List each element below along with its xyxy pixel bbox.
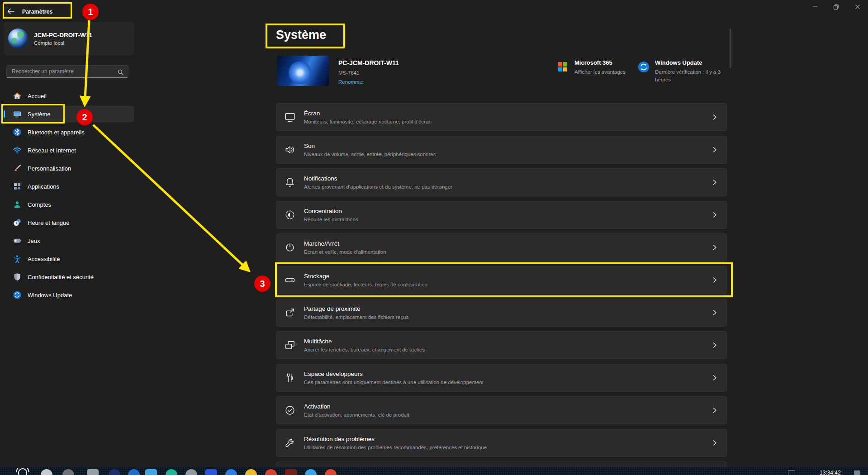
chevron-right-icon	[711, 407, 718, 413]
avatar	[8, 28, 28, 48]
search-input[interactable]	[7, 68, 118, 75]
focus-icon	[284, 209, 296, 221]
sidebar-item-personnalisation[interactable]: Personnalisation	[4, 160, 134, 176]
settings-row-partage-proximite[interactable]: Partage de proximité Détectabilité, empl…	[276, 299, 727, 327]
activation-icon	[284, 404, 296, 416]
taskbar-icon[interactable]	[166, 469, 177, 475]
sidebar-item-heure-langue[interactable]: Heure et langue	[4, 214, 134, 231]
taskbar-icon[interactable]	[109, 469, 120, 475]
row-title: Notifications	[304, 175, 452, 182]
windows-update-icon	[13, 290, 22, 299]
paintbrush-icon	[13, 164, 22, 173]
start-orb-icon[interactable]	[4, 468, 42, 475]
promo-subtitle: Afficher les avantages	[574, 68, 626, 76]
row-title: Activation	[304, 403, 409, 410]
scrollbar-thumb[interactable]	[730, 28, 731, 68]
settings-window: Paramètres JCM-PC-DROIT-W11 Compte local…	[0, 0, 868, 475]
rename-link[interactable]: Renommer	[338, 79, 364, 85]
troubleshoot-icon	[284, 437, 296, 449]
taskbar-icon[interactable]	[185, 469, 197, 475]
sidebar-item-label: Applications	[28, 183, 59, 190]
sidebar-item-comptes[interactable]: Comptes	[4, 196, 134, 213]
row-subtitle: Détectabilité, emplacement des fichiers …	[304, 314, 408, 320]
microsoft-365-promo[interactable]: Microsoft 365 Afficher les avantages	[574, 59, 626, 76]
settings-row-multitache[interactable]: Multitâche Ancrer les fenêtres, bureaux,…	[276, 331, 727, 359]
sidebar-item-label: Windows Update	[28, 292, 72, 299]
highlight-box-systeme-title	[266, 24, 345, 48]
sidebar-item-bluetooth[interactable]: Bluetooth et appareils	[4, 124, 134, 140]
settings-row-concentration[interactable]: Concentration Réduire les distractions	[276, 201, 727, 229]
taskbar-icon[interactable]	[41, 469, 52, 475]
settings-row-ecran[interactable]: Écran Moniteurs, luminosité, éclairage n…	[276, 103, 727, 131]
highlight-box-systeme-nav	[1, 104, 65, 124]
home-icon	[13, 91, 22, 100]
row-subtitle: Ancrer les fenêtres, bureaux, changement…	[304, 347, 425, 352]
chevron-right-icon	[711, 309, 718, 316]
chevron-right-icon	[711, 212, 718, 218]
sidebar-item-accueil[interactable]: Accueil	[4, 88, 134, 104]
person-icon	[13, 200, 22, 209]
sidebar-item-label: Accessibilité	[28, 256, 60, 262]
taskbar-icon[interactable]	[87, 469, 99, 475]
nearby-share-icon	[284, 307, 296, 318]
sidebar-item-label: Confidentialité et sécurité	[28, 274, 94, 280]
settings-row-espace-developpeurs[interactable]: Espace développeurs Ces paramètres sont …	[276, 364, 727, 392]
taskbar-icon[interactable]	[265, 469, 277, 475]
sidebar-item-windows-update[interactable]: Windows Update	[4, 287, 134, 303]
device-name: PC-JCM-DROIT-W11	[338, 59, 399, 66]
tray-icon-2[interactable]	[854, 470, 860, 475]
restore-button[interactable]	[825, 0, 847, 14]
row-title: Son	[304, 142, 436, 149]
power-icon	[284, 242, 296, 253]
row-title: Espace développeurs	[304, 370, 484, 377]
close-button[interactable]	[847, 0, 868, 14]
windows-update-promo[interactable]: Windows Update Dernière vérification : i…	[655, 59, 728, 83]
multitask-icon	[284, 339, 296, 351]
highlight-box-parametres	[3, 2, 72, 19]
shield-icon	[13, 272, 22, 281]
taskbar-icon[interactable]	[145, 469, 157, 475]
chevron-right-icon	[711, 179, 718, 185]
chevron-right-icon	[711, 375, 718, 381]
sidebar-item-label: Jeux	[28, 238, 40, 244]
minimize-button[interactable]	[804, 0, 825, 14]
chevron-right-icon	[711, 244, 718, 251]
taskbar-clock[interactable]: 13:34:42	[820, 470, 841, 475]
chevron-right-icon	[711, 147, 718, 153]
taskbar-icon[interactable]	[305, 469, 317, 475]
taskbar-icon[interactable]	[325, 469, 337, 475]
sidebar-item-reseau[interactable]: Réseau et Internet	[4, 142, 134, 158]
account-name: JCM-PC-DROIT-W11	[34, 32, 92, 38]
clock-globe-icon	[13, 218, 22, 227]
settings-row-activation[interactable]: Activation État d’activation, abonnement…	[276, 396, 727, 424]
settings-row-notifications[interactable]: Notifications Alertes provenant d’applic…	[276, 168, 727, 196]
taskbar-icon[interactable]	[205, 469, 217, 475]
row-title: Partage de proximité	[304, 305, 408, 312]
tray-icon[interactable]	[788, 470, 795, 475]
settings-row-marche-arret[interactable]: Marche/Arrêt Écran et veille, mode d’ali…	[276, 233, 727, 261]
settings-row-son[interactable]: Son Niveaux de volume, sortie, entrée, p…	[276, 136, 727, 164]
wifi-icon	[13, 146, 22, 155]
account-card[interactable]: JCM-PC-DROIT-W11 Compte local	[4, 22, 134, 55]
device-thumbnail	[277, 56, 329, 86]
row-subtitle: État d’activation, abonnements, clé de p…	[304, 412, 409, 418]
device-model: MS-7641	[338, 70, 360, 76]
taskbar-icon[interactable]	[128, 469, 140, 475]
search-box[interactable]	[6, 65, 128, 78]
display-icon	[284, 111, 296, 123]
taskbar-icon[interactable]	[62, 469, 74, 475]
settings-row-resolution-problemes[interactable]: Résolution des problèmes Utilitaires de …	[276, 429, 727, 457]
sidebar-item-accessibilite[interactable]: Accessibilité	[4, 251, 134, 267]
sidebar-item-jeux[interactable]: Jeux	[4, 233, 134, 249]
taskbar-icon[interactable]	[245, 469, 257, 475]
settings-row-partial[interactable]	[276, 461, 727, 467]
row-title: Multitâche	[304, 338, 425, 345]
taskbar-icon[interactable]	[225, 469, 237, 475]
sidebar-item-label: Réseau et Internet	[28, 147, 76, 154]
sidebar-item-confidentialite[interactable]: Confidentialité et sécurité	[4, 269, 134, 285]
sidebar-item-applications[interactable]: Applications	[4, 178, 134, 195]
sound-icon	[284, 144, 296, 156]
taskbar-icon[interactable]	[285, 469, 297, 475]
row-subtitle: Ces paramètres sont uniquement destinés …	[304, 380, 484, 385]
row-subtitle: Niveaux de volume, sortie, entrée, périp…	[304, 152, 436, 157]
